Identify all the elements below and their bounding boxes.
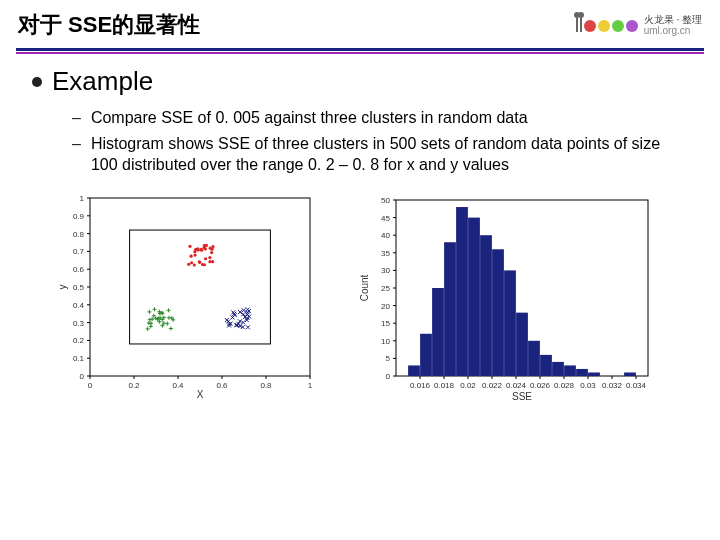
svg-point-53 bbox=[188, 244, 191, 247]
svg-point-64 bbox=[198, 261, 201, 264]
svg-rect-126 bbox=[588, 372, 600, 376]
svg-text:Count: Count bbox=[359, 274, 370, 301]
svg-text:0.8: 0.8 bbox=[73, 229, 85, 238]
svg-rect-125 bbox=[576, 369, 588, 376]
logo-mark bbox=[576, 18, 638, 32]
svg-text:0.018: 0.018 bbox=[434, 381, 455, 390]
svg-rect-116 bbox=[468, 217, 480, 375]
svg-text:0.1: 0.1 bbox=[73, 354, 85, 363]
svg-rect-122 bbox=[540, 355, 552, 376]
svg-point-49 bbox=[193, 253, 196, 256]
list-item: – Compare SSE of 0. 005 against three cl… bbox=[72, 107, 688, 129]
svg-point-63 bbox=[208, 256, 211, 259]
logo-text: 火龙果 · 整理 uml.org.cn bbox=[644, 14, 702, 36]
svg-text:0.7: 0.7 bbox=[73, 247, 85, 256]
svg-point-43 bbox=[204, 257, 207, 260]
svg-rect-121 bbox=[528, 341, 540, 376]
slide-title: 对于 SSE的显著性 bbox=[18, 10, 200, 40]
svg-rect-117 bbox=[480, 235, 492, 376]
scatter-svg: 00.20.40.60.8100.10.20.30.40.50.60.70.80… bbox=[56, 192, 316, 402]
logo-url: uml.org.cn bbox=[644, 25, 691, 36]
dash-icon: – bbox=[72, 133, 81, 176]
logo-cn: 火龙果 · 整理 bbox=[644, 14, 702, 25]
svg-text:0.026: 0.026 bbox=[530, 381, 551, 390]
svg-point-46 bbox=[190, 261, 193, 264]
svg-text:1: 1 bbox=[308, 381, 313, 390]
bullet-icon bbox=[32, 77, 42, 87]
svg-text:10: 10 bbox=[381, 337, 390, 346]
svg-rect-118 bbox=[492, 249, 504, 376]
svg-text:40: 40 bbox=[381, 231, 390, 240]
svg-text:15: 15 bbox=[381, 319, 390, 328]
svg-point-65 bbox=[210, 251, 213, 254]
svg-rect-112 bbox=[420, 334, 432, 376]
svg-text:0.02: 0.02 bbox=[460, 381, 476, 390]
svg-point-51 bbox=[200, 248, 203, 251]
list-item: – Histogram shows SSE of three clusters … bbox=[72, 133, 688, 176]
svg-rect-123 bbox=[552, 362, 564, 376]
section-heading: Example bbox=[52, 66, 153, 97]
svg-text:0.5: 0.5 bbox=[73, 283, 85, 292]
svg-point-50 bbox=[203, 263, 206, 266]
svg-rect-120 bbox=[516, 312, 528, 375]
slide-body: Example – Compare SSE of 0. 005 against … bbox=[0, 52, 720, 402]
histogram-svg: 0.0160.0180.020.0220.0240.0260.0280.030.… bbox=[356, 192, 656, 402]
svg-rect-124 bbox=[564, 365, 576, 376]
svg-text:0.034: 0.034 bbox=[626, 381, 647, 390]
svg-point-45 bbox=[211, 245, 214, 248]
list-item-text: Histogram shows SSE of three clusters in… bbox=[91, 133, 688, 176]
svg-point-59 bbox=[203, 244, 206, 247]
svg-rect-115 bbox=[456, 207, 468, 376]
bullet-sublist: – Compare SSE of 0. 005 against three cl… bbox=[72, 107, 688, 176]
svg-text:0.9: 0.9 bbox=[73, 212, 85, 221]
svg-text:0: 0 bbox=[88, 381, 93, 390]
svg-rect-127 bbox=[624, 372, 636, 376]
svg-text:0.03: 0.03 bbox=[580, 381, 596, 390]
svg-text:0.032: 0.032 bbox=[602, 381, 623, 390]
histogram-chart: 0.0160.0180.020.0220.0240.0260.0280.030.… bbox=[356, 192, 656, 402]
svg-text:0.028: 0.028 bbox=[554, 381, 575, 390]
svg-point-60 bbox=[193, 250, 196, 253]
svg-text:5: 5 bbox=[386, 354, 391, 363]
svg-text:0.4: 0.4 bbox=[172, 381, 184, 390]
brand-logo: 火龙果 · 整理 uml.org.cn bbox=[576, 14, 702, 36]
list-item-text: Compare SSE of 0. 005 against three clus… bbox=[91, 107, 528, 129]
svg-point-57 bbox=[193, 263, 196, 266]
svg-text:1: 1 bbox=[80, 194, 85, 203]
svg-text:X: X bbox=[197, 389, 204, 400]
svg-text:0.016: 0.016 bbox=[410, 381, 431, 390]
header-divider bbox=[16, 48, 704, 52]
svg-text:0.6: 0.6 bbox=[73, 265, 85, 274]
slide-header: 对于 SSE的显著性 火龙果 · 整理 uml.org.cn bbox=[0, 0, 720, 48]
svg-point-48 bbox=[190, 254, 193, 257]
svg-rect-111 bbox=[408, 365, 420, 376]
svg-point-58 bbox=[211, 260, 214, 263]
scatter-chart: 00.20.40.60.8100.10.20.30.40.50.60.70.80… bbox=[56, 192, 316, 402]
svg-text:30: 30 bbox=[381, 266, 390, 275]
svg-text:0.4: 0.4 bbox=[73, 301, 85, 310]
svg-rect-113 bbox=[432, 288, 444, 376]
dash-icon: – bbox=[72, 107, 81, 129]
svg-rect-114 bbox=[444, 242, 456, 376]
svg-text:0: 0 bbox=[386, 372, 391, 381]
svg-rect-119 bbox=[504, 270, 516, 376]
svg-text:20: 20 bbox=[381, 301, 390, 310]
svg-point-61 bbox=[187, 262, 190, 265]
svg-text:35: 35 bbox=[381, 249, 390, 258]
svg-text:0: 0 bbox=[80, 372, 85, 381]
svg-text:0.2: 0.2 bbox=[128, 381, 140, 390]
svg-point-62 bbox=[196, 247, 199, 250]
svg-text:y: y bbox=[57, 284, 68, 289]
svg-text:25: 25 bbox=[381, 284, 390, 293]
svg-text:0.2: 0.2 bbox=[73, 336, 85, 345]
svg-text:0.022: 0.022 bbox=[482, 381, 503, 390]
svg-text:0.024: 0.024 bbox=[506, 381, 527, 390]
svg-rect-0 bbox=[90, 198, 310, 376]
svg-text:SSE: SSE bbox=[512, 391, 532, 402]
svg-text:45: 45 bbox=[381, 213, 390, 222]
svg-text:0.8: 0.8 bbox=[260, 381, 272, 390]
figure-row: 00.20.40.60.8100.10.20.30.40.50.60.70.80… bbox=[32, 192, 688, 402]
svg-text:50: 50 bbox=[381, 196, 390, 205]
svg-text:0.3: 0.3 bbox=[73, 318, 85, 327]
svg-text:0.6: 0.6 bbox=[216, 381, 228, 390]
